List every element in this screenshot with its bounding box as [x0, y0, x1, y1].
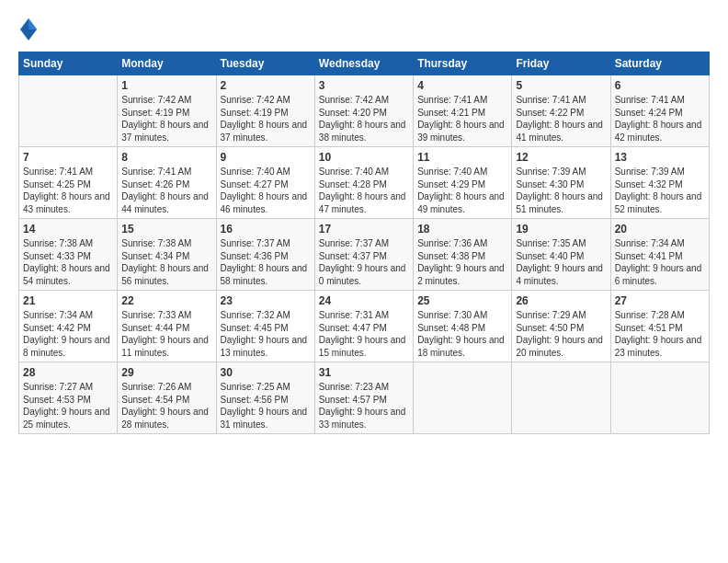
- cell-content: Sunrise: 7:25 AMSunset: 4:56 PMDaylight:…: [221, 381, 311, 431]
- day-cell: 12Sunrise: 7:39 AMSunset: 4:30 PMDayligh…: [512, 147, 610, 219]
- day-number: 16: [221, 223, 311, 236]
- day-cell: 16Sunrise: 7:37 AMSunset: 4:36 PMDayligh…: [216, 219, 314, 291]
- day-number: 17: [319, 223, 409, 236]
- day-cell: 29Sunrise: 7:26 AMSunset: 4:54 PMDayligh…: [118, 362, 216, 434]
- column-header-friday: Friday: [512, 52, 610, 75]
- cell-content: Sunrise: 7:31 AMSunset: 4:47 PMDaylight:…: [319, 309, 409, 359]
- column-header-sunday: Sunday: [19, 52, 118, 75]
- day-cell: 20Sunrise: 7:34 AMSunset: 4:41 PMDayligh…: [610, 219, 709, 291]
- week-row-1: 1Sunrise: 7:42 AMSunset: 4:19 PMDaylight…: [19, 75, 710, 147]
- day-number: 5: [516, 79, 606, 92]
- cell-content: Sunrise: 7:34 AMSunset: 4:42 PMDaylight:…: [23, 309, 113, 359]
- day-number: 4: [417, 79, 507, 92]
- day-cell: 4Sunrise: 7:41 AMSunset: 4:21 PMDaylight…: [414, 75, 512, 147]
- column-header-wednesday: Wednesday: [314, 52, 413, 75]
- day-number: 21: [23, 294, 113, 307]
- cell-content: Sunrise: 7:40 AMSunset: 4:28 PMDaylight:…: [319, 166, 409, 215]
- day-cell: 3Sunrise: 7:42 AMSunset: 4:20 PMDaylight…: [314, 75, 413, 147]
- day-cell: 17Sunrise: 7:37 AMSunset: 4:37 PMDayligh…: [314, 219, 413, 291]
- day-cell: 18Sunrise: 7:36 AMSunset: 4:38 PMDayligh…: [414, 219, 512, 291]
- logo: [18, 17, 42, 42]
- column-header-monday: Monday: [118, 52, 216, 75]
- day-cell: [19, 75, 118, 147]
- day-cell: 27Sunrise: 7:28 AMSunset: 4:51 PMDayligh…: [610, 291, 709, 362]
- day-number: 1: [121, 79, 211, 92]
- day-number: 26: [516, 294, 606, 307]
- cell-content: Sunrise: 7:30 AMSunset: 4:48 PMDaylight:…: [417, 309, 507, 359]
- day-number: 27: [615, 294, 705, 307]
- day-number: 7: [23, 151, 113, 164]
- cell-content: Sunrise: 7:37 AMSunset: 4:36 PMDaylight:…: [221, 237, 311, 287]
- day-cell: 6Sunrise: 7:41 AMSunset: 4:24 PMDaylight…: [610, 75, 709, 147]
- day-number: 22: [121, 294, 211, 307]
- cell-content: Sunrise: 7:26 AMSunset: 4:54 PMDaylight:…: [121, 381, 211, 431]
- cell-content: Sunrise: 7:42 AMSunset: 4:19 PMDaylight:…: [121, 94, 211, 144]
- week-row-3: 14Sunrise: 7:38 AMSunset: 4:33 PMDayligh…: [19, 219, 710, 291]
- cell-content: Sunrise: 7:38 AMSunset: 4:34 PMDaylight:…: [121, 237, 211, 287]
- cell-content: Sunrise: 7:41 AMSunset: 4:24 PMDaylight:…: [615, 94, 705, 144]
- cell-content: Sunrise: 7:42 AMSunset: 4:20 PMDaylight:…: [319, 94, 409, 144]
- day-cell: 1Sunrise: 7:42 AMSunset: 4:19 PMDaylight…: [118, 75, 216, 147]
- header-row: SundayMondayTuesdayWednesdayThursdayFrid…: [19, 52, 710, 75]
- cell-content: Sunrise: 7:37 AMSunset: 4:37 PMDaylight:…: [319, 237, 409, 287]
- day-number: 10: [319, 151, 409, 164]
- day-cell: 24Sunrise: 7:31 AMSunset: 4:47 PMDayligh…: [314, 291, 413, 362]
- cell-content: Sunrise: 7:27 AMSunset: 4:53 PMDaylight:…: [23, 381, 113, 431]
- day-cell: 7Sunrise: 7:41 AMSunset: 4:25 PMDaylight…: [19, 147, 118, 219]
- day-number: 13: [615, 151, 705, 164]
- day-cell: 11Sunrise: 7:40 AMSunset: 4:29 PMDayligh…: [414, 147, 512, 219]
- calendar-table: SundayMondayTuesdayWednesdayThursdayFrid…: [18, 52, 710, 434]
- day-number: 19: [516, 223, 606, 236]
- day-cell: 28Sunrise: 7:27 AMSunset: 4:53 PMDayligh…: [19, 362, 118, 434]
- cell-content: Sunrise: 7:41 AMSunset: 4:26 PMDaylight:…: [121, 166, 211, 215]
- day-cell: 19Sunrise: 7:35 AMSunset: 4:40 PMDayligh…: [512, 219, 610, 291]
- day-number: 23: [221, 294, 311, 307]
- day-number: 12: [516, 151, 606, 164]
- day-number: 3: [319, 79, 409, 92]
- day-cell: 13Sunrise: 7:39 AMSunset: 4:32 PMDayligh…: [610, 147, 709, 219]
- logo-icon: [18, 17, 39, 42]
- cell-content: Sunrise: 7:39 AMSunset: 4:32 PMDaylight:…: [615, 166, 705, 215]
- page: SundayMondayTuesdayWednesdayThursdayFrid…: [0, 0, 728, 563]
- column-header-saturday: Saturday: [610, 52, 709, 75]
- day-cell: 22Sunrise: 7:33 AMSunset: 4:44 PMDayligh…: [118, 291, 216, 362]
- cell-content: Sunrise: 7:33 AMSunset: 4:44 PMDaylight:…: [121, 309, 211, 359]
- cell-content: Sunrise: 7:40 AMSunset: 4:27 PMDaylight:…: [221, 166, 311, 215]
- cell-content: Sunrise: 7:38 AMSunset: 4:33 PMDaylight:…: [23, 237, 113, 287]
- cell-content: Sunrise: 7:42 AMSunset: 4:19 PMDaylight:…: [221, 94, 311, 144]
- column-header-thursday: Thursday: [414, 52, 512, 75]
- cell-content: Sunrise: 7:41 AMSunset: 4:25 PMDaylight:…: [23, 166, 113, 215]
- day-cell: [414, 362, 512, 434]
- day-number: 20: [615, 223, 705, 236]
- cell-content: Sunrise: 7:41 AMSunset: 4:22 PMDaylight:…: [516, 94, 606, 144]
- day-number: 24: [319, 294, 409, 307]
- week-row-4: 21Sunrise: 7:34 AMSunset: 4:42 PMDayligh…: [19, 291, 710, 362]
- day-cell: 25Sunrise: 7:30 AMSunset: 4:48 PMDayligh…: [414, 291, 512, 362]
- day-cell: 10Sunrise: 7:40 AMSunset: 4:28 PMDayligh…: [314, 147, 413, 219]
- cell-content: Sunrise: 7:39 AMSunset: 4:30 PMDaylight:…: [516, 166, 606, 215]
- day-number: 30: [221, 366, 311, 379]
- day-number: 29: [121, 366, 211, 379]
- day-cell: 2Sunrise: 7:42 AMSunset: 4:19 PMDaylight…: [216, 75, 314, 147]
- day-number: 8: [121, 151, 211, 164]
- cell-content: Sunrise: 7:41 AMSunset: 4:21 PMDaylight:…: [417, 94, 507, 144]
- day-number: 31: [319, 366, 409, 379]
- day-number: 9: [221, 151, 311, 164]
- day-number: 15: [121, 223, 211, 236]
- day-cell: 31Sunrise: 7:23 AMSunset: 4:57 PMDayligh…: [314, 362, 413, 434]
- day-cell: 14Sunrise: 7:38 AMSunset: 4:33 PMDayligh…: [19, 219, 118, 291]
- cell-content: Sunrise: 7:40 AMSunset: 4:29 PMDaylight:…: [417, 166, 507, 215]
- day-cell: 8Sunrise: 7:41 AMSunset: 4:26 PMDaylight…: [118, 147, 216, 219]
- cell-content: Sunrise: 7:34 AMSunset: 4:41 PMDaylight:…: [615, 237, 705, 287]
- cell-content: Sunrise: 7:35 AMSunset: 4:40 PMDaylight:…: [516, 237, 606, 287]
- week-row-5: 28Sunrise: 7:27 AMSunset: 4:53 PMDayligh…: [19, 362, 710, 434]
- cell-content: Sunrise: 7:29 AMSunset: 4:50 PMDaylight:…: [516, 309, 606, 359]
- cell-content: Sunrise: 7:28 AMSunset: 4:51 PMDaylight:…: [615, 309, 705, 359]
- cell-content: Sunrise: 7:32 AMSunset: 4:45 PMDaylight:…: [221, 309, 311, 359]
- day-number: 6: [615, 79, 705, 92]
- svg-marker-1: [28, 18, 37, 29]
- cell-content: Sunrise: 7:36 AMSunset: 4:38 PMDaylight:…: [417, 237, 507, 287]
- cell-content: Sunrise: 7:23 AMSunset: 4:57 PMDaylight:…: [319, 381, 409, 431]
- day-cell: 30Sunrise: 7:25 AMSunset: 4:56 PMDayligh…: [216, 362, 314, 434]
- day-number: 11: [417, 151, 507, 164]
